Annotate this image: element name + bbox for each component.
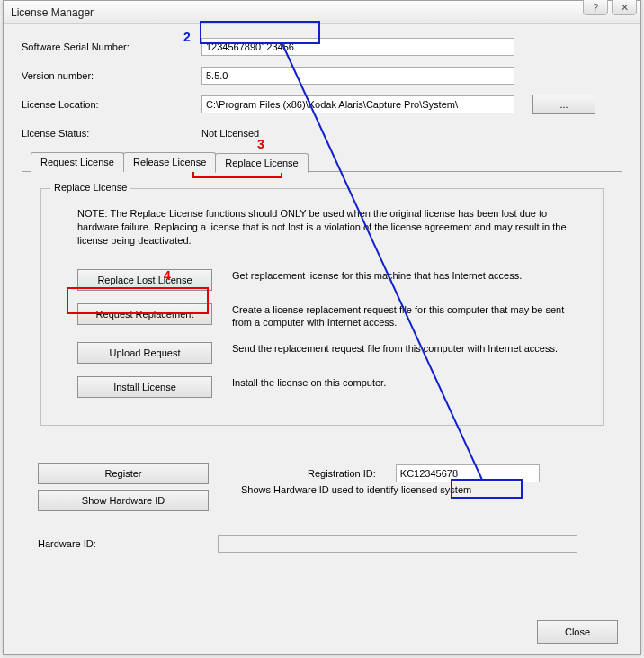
- serial-label: Software Serial Number:: [22, 41, 201, 52]
- show-hardware-id-button[interactable]: Show Hardware ID: [38, 490, 209, 511]
- group-legend: Replace License: [50, 182, 130, 193]
- registration-id-input[interactable]: [396, 464, 540, 482]
- close-button[interactable]: Close: [537, 620, 618, 644]
- request-replacement-desc: Create a license replacement request fil…: [232, 303, 583, 330]
- version-label: Version number:: [22, 70, 201, 81]
- window-title: License Manager: [11, 6, 94, 19]
- status-value: Not Licensed: [201, 128, 259, 139]
- version-input[interactable]: [201, 67, 514, 85]
- location-label: License Location:: [22, 99, 201, 110]
- upload-request-desc: Send the replacement request file from t…: [232, 342, 583, 356]
- tabbar: Request License Release License Replace …: [31, 152, 622, 172]
- hardware-id-input: [218, 535, 577, 553]
- replace-lost-desc: Get replacement license for this machine…: [232, 269, 583, 283]
- show-hw-desc: Shows Hardware ID used to identify licen…: [241, 484, 471, 495]
- upload-request-button[interactable]: Upload Request: [77, 342, 212, 364]
- request-replacement-button[interactable]: Request Replacement: [77, 303, 212, 325]
- browse-button[interactable]: ...: [532, 95, 595, 114]
- tab-release-license[interactable]: Release License: [123, 152, 216, 172]
- titlebar: License Manager ? ✕: [4, 1, 640, 24]
- replace-lost-license-button[interactable]: Replace Lost License: [77, 269, 212, 291]
- close-icon[interactable]: ✕: [612, 0, 637, 15]
- hardware-id-label: Hardware ID:: [38, 538, 218, 549]
- registration-id-label: Registration ID:: [308, 468, 376, 479]
- install-license-desc: Install the license on this computer.: [232, 376, 583, 390]
- install-license-button[interactable]: Install License: [77, 376, 212, 398]
- tab-request-license[interactable]: Request License: [31, 152, 124, 172]
- replace-note: NOTE: The Replace License functions shou…: [77, 207, 583, 248]
- location-input[interactable]: [201, 95, 514, 113]
- register-button[interactable]: Register: [38, 463, 209, 484]
- tab-pane-replace: Replace License NOTE: The Replace Licens…: [22, 171, 622, 446]
- tab-replace-license[interactable]: Replace License: [215, 153, 308, 173]
- help-icon[interactable]: ?: [583, 0, 608, 15]
- status-label: License Status:: [22, 128, 201, 139]
- replace-license-group: Replace License NOTE: The Replace Licens…: [40, 188, 604, 426]
- license-manager-dialog: License Manager ? ✕ Software Serial Numb…: [3, 0, 641, 655]
- serial-input[interactable]: [201, 38, 514, 56]
